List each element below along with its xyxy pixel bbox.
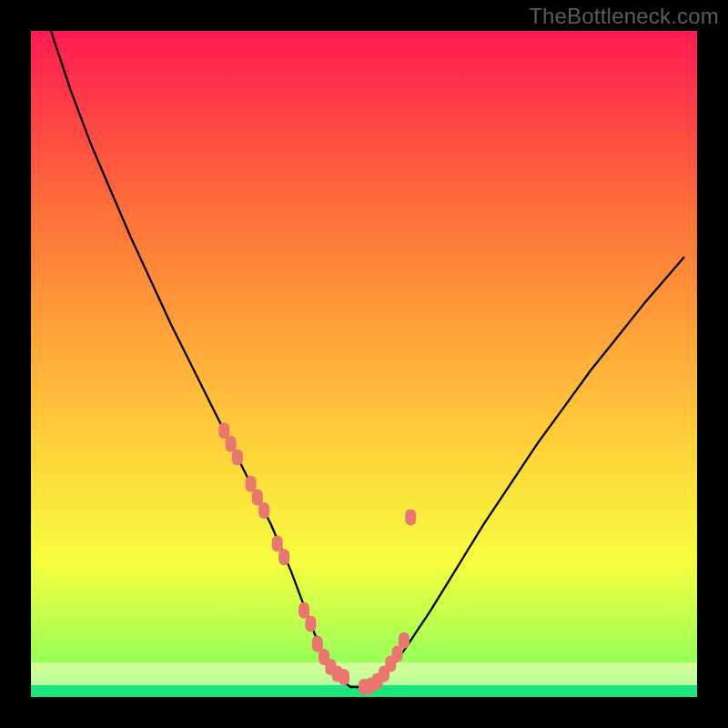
- marker: [405, 509, 416, 525]
- marker: [312, 635, 323, 652]
- marker: [298, 602, 309, 619]
- marker: [305, 616, 316, 632]
- marker: [246, 476, 257, 492]
- chart-wrapper: TheBottleneck.com: [0, 0, 728, 728]
- marker: [252, 489, 263, 505]
- bottleneck-chart: [0, 0, 728, 728]
- watermark: TheBottleneck.com: [529, 4, 719, 29]
- marker: [226, 436, 237, 452]
- marker: [399, 632, 410, 649]
- marker: [272, 536, 283, 552]
- marker: [258, 502, 269, 519]
- marker: [339, 669, 349, 685]
- marker: [392, 645, 403, 662]
- marker: [278, 549, 289, 565]
- marker: [218, 422, 229, 439]
- marker: [232, 450, 243, 466]
